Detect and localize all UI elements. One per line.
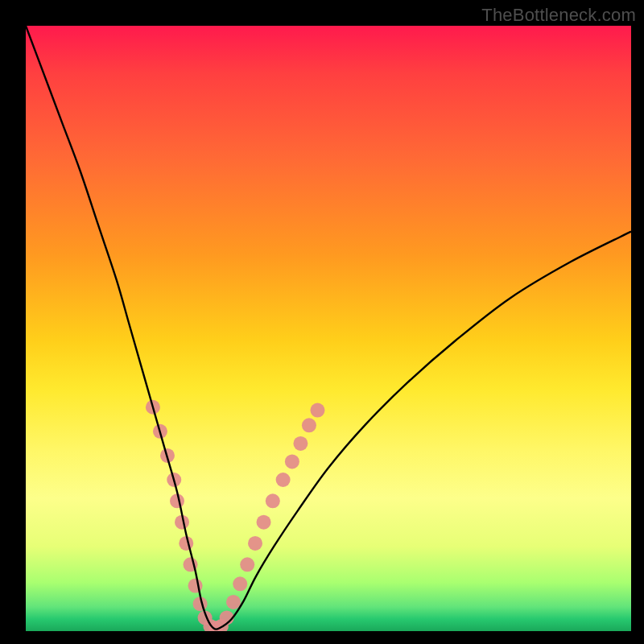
highlight-dot bbox=[302, 418, 316, 432]
chart-frame: TheBottleneck.com bbox=[0, 0, 644, 644]
highlight-dot bbox=[257, 515, 271, 530]
watermark-text: TheBottleneck.com bbox=[481, 5, 636, 26]
highlight-dot bbox=[276, 473, 291, 487]
highlight-dot bbox=[188, 579, 203, 593]
highlight-dot bbox=[226, 595, 241, 609]
bottleneck-curve bbox=[26, 26, 631, 630]
highlight-dot bbox=[248, 536, 262, 551]
highlight-dot bbox=[233, 576, 247, 591]
highlight-dot bbox=[293, 436, 308, 451]
markers-layer bbox=[146, 400, 325, 631]
highlight-dot bbox=[310, 403, 324, 418]
highlight-dot bbox=[240, 557, 254, 572]
highlight-dot bbox=[266, 493, 280, 508]
chart-svg bbox=[26, 26, 631, 631]
plot-area bbox=[26, 26, 631, 631]
highlight-dot bbox=[285, 454, 299, 469]
